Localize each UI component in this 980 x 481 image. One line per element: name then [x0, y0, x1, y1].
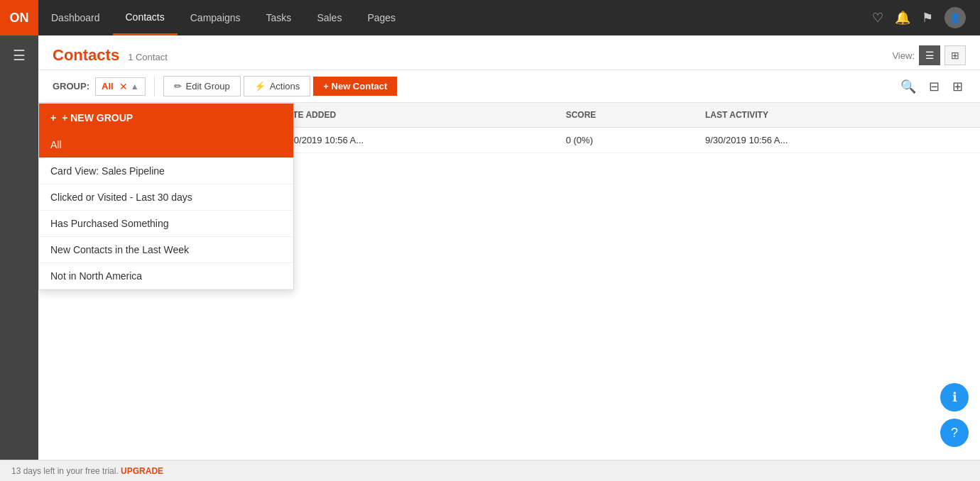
dropdown-item-all[interactable]: All — [39, 132, 293, 158]
col-date-added: DATE ADDED — [271, 103, 556, 128]
search-icon[interactable]: 🔍 — [898, 77, 919, 96]
nav-links: Dashboard Contacts Campaigns Tasks Sales… — [38, 0, 872, 35]
new-group-item[interactable]: + + NEW GROUP — [39, 104, 293, 132]
nav-logo[interactable]: ON — [0, 0, 38, 35]
nav-link-dashboard[interactable]: Dashboard — [38, 0, 113, 35]
view-toggle: View: ☰ ⊞ — [892, 45, 966, 65]
info-fab-button[interactable]: ℹ — [940, 383, 969, 411]
actions-label: Actions — [270, 81, 300, 92]
footer: 13 days left in your free trial. UPGRADE — [0, 460, 980, 481]
contacts-header: Contacts 1 Contact View: ☰ ⊞ — [38, 35, 980, 70]
view-label: View: — [892, 50, 915, 61]
plus-icon: + — [50, 112, 56, 123]
flag-icon[interactable]: ⚑ — [922, 10, 933, 26]
nav-right: ♡ 🔔 ⚑ 👤 — [872, 7, 980, 28]
nav-link-contacts[interactable]: Contacts — [113, 0, 178, 35]
user-avatar[interactable]: 👤 — [944, 7, 966, 28]
clear-group-icon[interactable]: ✕ — [119, 81, 128, 92]
new-group-label: + NEW GROUP — [62, 112, 133, 123]
heart-icon[interactable]: ♡ — [872, 10, 883, 26]
lightning-icon: ⚡ — [254, 81, 266, 92]
nav-link-pages[interactable]: Pages — [354, 0, 408, 35]
edit-group-label: Edit Group — [186, 81, 230, 92]
new-contact-label: + New Contact — [323, 81, 387, 92]
dropdown-item-new-contacts[interactable]: New Contacts in the Last Week — [39, 237, 293, 263]
new-contact-button[interactable]: + New Contact — [313, 77, 397, 96]
list-view-btn[interactable]: ☰ — [919, 45, 940, 65]
toolbar-right: 🔍 ⊟ ⊞ — [898, 77, 966, 96]
sidebar-contacts-icon[interactable]: ☰ — [6, 43, 32, 68]
pencil-icon: ✏ — [174, 81, 182, 92]
cell-last-activity: 9/30/2019 10:56 A... — [695, 128, 980, 153]
filter-icon[interactable]: ⊟ — [926, 77, 942, 96]
dropdown-item-not-north-america[interactable]: Not in North America — [39, 263, 293, 289]
toolbar: GROUP: All ✕ ▲ ✏ Edit Group ⚡ Actions + … — [38, 70, 980, 103]
sidebar: ☰ — [0, 35, 38, 460]
contacts-title-area: Contacts 1 Contact — [53, 46, 168, 65]
group-selector[interactable]: All ✕ ▲ — [95, 77, 146, 96]
columns-icon[interactable]: ⊞ — [949, 77, 966, 96]
nav-link-sales[interactable]: Sales — [304, 0, 354, 35]
grid-view-btn[interactable]: ⊞ — [944, 45, 966, 65]
main-content: Contacts 1 Contact View: ☰ ⊞ GROUP: All … — [38, 35, 980, 460]
cell-score: 0 (0%) — [556, 128, 695, 153]
cell-date-added: 9/30/2019 10:56 A... — [271, 128, 556, 153]
actions-button[interactable]: ⚡ Actions — [244, 76, 311, 96]
top-nav: ON Dashboard Contacts Campaigns Tasks Sa… — [0, 0, 980, 35]
group-selector-value: All — [102, 81, 114, 92]
bell-icon[interactable]: 🔔 — [895, 10, 910, 26]
upgrade-link[interactable]: UPGRADE — [121, 466, 163, 476]
group-dropdown: + + NEW GROUP All Card View: Sales Pipel… — [38, 103, 294, 290]
group-selector-icons: ✕ ▲ — [119, 81, 139, 92]
contacts-count: 1 Contact — [128, 52, 168, 62]
toolbar-separator — [154, 77, 155, 96]
nav-link-campaigns[interactable]: Campaigns — [178, 0, 254, 35]
edit-group-button[interactable]: ✏ Edit Group — [163, 76, 241, 96]
fab-container: ℹ ? — [940, 383, 969, 447]
dropdown-item-clicked-visited[interactable]: Clicked or Visited - Last 30 days — [39, 184, 293, 211]
col-last-activity: LAST ACTIVITY — [695, 103, 980, 128]
help-fab-button[interactable]: ? — [940, 419, 969, 447]
page-title: Contacts — [53, 46, 119, 65]
trial-text: 13 days left in your free trial. — [11, 466, 119, 476]
nav-link-tasks[interactable]: Tasks — [254, 0, 305, 35]
dropdown-item-has-purchased[interactable]: Has Purchased Something — [39, 211, 293, 237]
group-label: GROUP: — [53, 81, 89, 92]
caret-up-icon[interactable]: ▲ — [131, 82, 139, 92]
dropdown-item-card-view[interactable]: Card View: Sales Pipeline — [39, 158, 293, 184]
col-score: SCORE — [556, 103, 695, 128]
layout: ☰ Contacts 1 Contact View: ☰ ⊞ GROUP: Al… — [0, 35, 980, 460]
